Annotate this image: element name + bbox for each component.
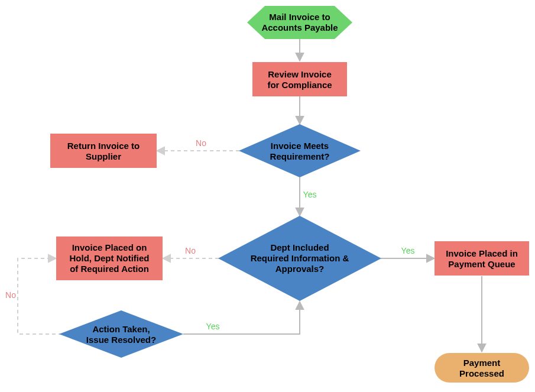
- svg-text:for Compliance: for Compliance: [267, 80, 332, 90]
- svg-text:Invoice Placed in: Invoice Placed in: [446, 248, 518, 258]
- edge-label-yes3: Yes: [206, 322, 220, 331]
- svg-text:Invoice Meets: Invoice Meets: [271, 141, 329, 151]
- node-start: Mail Invoice to Accounts Payable: [247, 6, 352, 39]
- node-action: Action Taken, Issue Resolved?: [59, 310, 183, 358]
- edge-label-no: No: [196, 138, 206, 148]
- node-return: Return Invoice to Supplier: [50, 134, 157, 168]
- svg-text:Action Taken,: Action Taken,: [92, 324, 150, 334]
- edge-label-no2: No: [185, 246, 196, 255]
- node-dept: Dept Included Required Information & App…: [218, 216, 381, 301]
- edge-action-dept: [183, 302, 300, 334]
- svg-text:Review Invoice: Review Invoice: [268, 69, 332, 79]
- svg-text:Return Invoice to: Return Invoice to: [67, 141, 140, 151]
- edge-label-yes2: Yes: [401, 246, 415, 255]
- svg-text:Mail Invoice to: Mail Invoice to: [269, 12, 330, 22]
- edge-label-no3: No: [5, 290, 16, 300]
- svg-text:Accounts Payable: Accounts Payable: [261, 22, 338, 33]
- edge-action-hold: [18, 258, 62, 334]
- edge-label-yes: Yes: [303, 190, 317, 199]
- svg-text:Payment Queue: Payment Queue: [448, 259, 515, 269]
- svg-text:Processed: Processed: [459, 368, 504, 378]
- svg-text:of Required Action: of Required Action: [70, 264, 149, 274]
- flowchart: No Yes No Yes Yes No Mail Invoice to Acc…: [0, 0, 535, 392]
- node-queue: Invoice Placed in Payment Queue: [435, 241, 529, 276]
- svg-text:Issue Resolved?: Issue Resolved?: [86, 335, 156, 345]
- svg-text:Required Information &: Required Information &: [251, 253, 349, 263]
- svg-text:Requirement?: Requirement?: [270, 151, 330, 161]
- svg-text:Payment: Payment: [463, 358, 501, 368]
- node-review: Review Invoice for Compliance: [252, 62, 347, 96]
- svg-text:Approvals?: Approvals?: [275, 264, 325, 274]
- svg-text:Dept Included: Dept Included: [270, 242, 329, 252]
- svg-text:Invoice Placed on: Invoice Placed on: [72, 242, 147, 252]
- node-processed: Payment Processed: [435, 353, 529, 383]
- svg-text:Supplier: Supplier: [86, 151, 121, 161]
- svg-text:Hold, Dept Notified: Hold, Dept Notified: [70, 253, 150, 263]
- node-meets: Invoice Meets Requirement?: [239, 124, 361, 177]
- node-hold: Invoice Placed on Hold, Dept Notified of…: [56, 237, 163, 280]
